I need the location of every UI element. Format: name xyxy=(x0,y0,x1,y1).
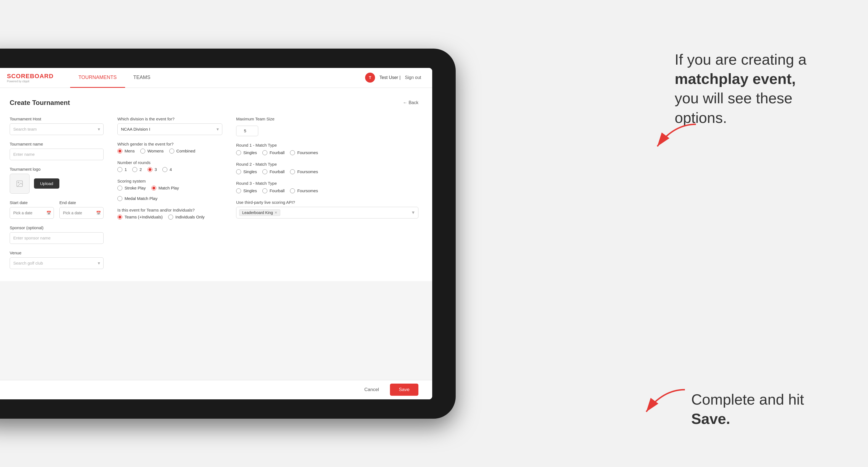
teams-option[interactable]: Teams (+Individuals) xyxy=(117,215,163,220)
back-link[interactable]: ← Back xyxy=(403,100,418,105)
leaderboard-king-tag: Leaderboard King ✕ xyxy=(239,209,280,216)
form-body: Tournament Host ▼ Tournament name xyxy=(10,117,418,276)
scoring-match[interactable]: Match Play xyxy=(151,186,179,191)
end-date-wrapper: 📅 xyxy=(59,207,103,219)
individuals-option[interactable]: Individuals Only xyxy=(168,215,205,220)
tournament-name-group: Tournament name xyxy=(10,142,103,160)
scoring-stroke[interactable]: Stroke Play xyxy=(117,186,146,191)
round2-title: Round 2 - Match Type xyxy=(236,162,418,166)
tablet-device: SCOREBOARD Powered by clippit TOURNAMENT… xyxy=(0,49,456,419)
logo-area: Upload xyxy=(10,174,103,194)
col-left: Tournament Host ▼ Tournament name xyxy=(10,117,103,276)
gender-combined-label: Combined xyxy=(177,149,195,153)
third-party-tag-wrapper[interactable]: Leaderboard King ✕ ▼ xyxy=(236,207,418,218)
venue-label: Venue xyxy=(10,250,103,255)
gender-combined[interactable]: Combined xyxy=(169,149,195,154)
round3-title: Round 3 - Match Type xyxy=(236,181,418,186)
max-team-size-input[interactable] xyxy=(236,126,258,136)
save-button[interactable]: Save xyxy=(390,383,418,396)
scoring-medal-label: Medal Match Play xyxy=(125,196,157,201)
form-container: Create Tournament ← Back Tournament Host xyxy=(0,88,432,281)
round-2[interactable]: 2 xyxy=(132,167,142,172)
calendar-icon: 📅 xyxy=(46,211,51,215)
third-party-label: Use third-party live scoring API? xyxy=(236,200,418,205)
col-right: Maximum Team Size Round 1 - Match Type S… xyxy=(236,117,418,276)
tournament-host-input[interactable] xyxy=(10,123,103,135)
form-header: Create Tournament ← Back xyxy=(10,99,418,106)
nav-teams[interactable]: TEAMS xyxy=(125,68,159,88)
annotation-save: Complete and hit Save. xyxy=(691,390,846,428)
upload-button[interactable]: Upload xyxy=(34,178,59,189)
teams-group: Is this event for Teams and/or Individua… xyxy=(117,208,222,220)
teams-radio-group: Teams (+Individuals) Individuals Only xyxy=(117,215,222,220)
sponsor-input[interactable] xyxy=(10,232,103,244)
max-team-size-label: Maximum Team Size xyxy=(236,117,418,121)
round1-radio-group: Singles Fourball Foursomes xyxy=(236,150,418,155)
scoring-match-label: Match Play xyxy=(158,186,179,190)
nav-links: TOURNAMENTS TOURNAMENTS TEAMS xyxy=(70,68,159,88)
scoring-group: Scoring system Stroke Play M xyxy=(117,179,222,201)
brand-subtitle: Powered by clippit xyxy=(7,80,54,83)
tournament-host-wrapper: ▼ xyxy=(10,123,103,135)
logo-placeholder xyxy=(10,174,30,194)
scoring-label: Scoring system xyxy=(117,179,222,183)
round-1[interactable]: 1 xyxy=(117,167,127,172)
search-icon: ▼ xyxy=(97,127,101,131)
form-title: Create Tournament xyxy=(10,99,70,106)
venue-search-icon: ▼ xyxy=(97,261,101,266)
third-party-group: Use third-party live scoring API? Leader… xyxy=(236,200,418,218)
round3-radio-group: Singles Fourball Foursomes xyxy=(236,188,418,193)
round1-foursomes[interactable]: Foursomes xyxy=(290,150,318,155)
round1-fourball[interactable]: Fourball xyxy=(262,150,284,155)
round3-singles[interactable]: Singles xyxy=(236,188,257,193)
arrow-matchplay xyxy=(641,119,702,157)
tournament-name-input[interactable] xyxy=(10,149,103,160)
division-label: Which division is the event for? xyxy=(117,117,222,121)
round-3[interactable]: 3 xyxy=(148,167,157,172)
gender-group: Which gender is the event for? Mens xyxy=(117,142,222,154)
round2-match-type: Round 2 - Match Type Singles xyxy=(236,162,418,174)
rounds-label: Number of rounds xyxy=(117,160,222,165)
venue-group: Venue ▼ xyxy=(10,250,103,269)
start-date-field: Start date 📅 xyxy=(10,200,54,219)
rounds-group: Number of rounds 1 2 xyxy=(117,160,222,172)
gender-label: Which gender is the event for? xyxy=(117,142,222,146)
round-4[interactable]: 4 xyxy=(162,167,172,172)
form-footer: Cancel Save xyxy=(0,380,432,399)
max-team-size-group: Maximum Team Size xyxy=(236,117,418,136)
nav-signout[interactable]: Sign out xyxy=(405,75,421,80)
nav-right: T Test User | Sign out xyxy=(365,73,421,83)
division-select[interactable]: NCAA Division I xyxy=(117,123,222,135)
nav-tournaments-active[interactable]: TOURNAMENTS xyxy=(70,68,125,88)
scoring-medal[interactable]: Medal Match Play xyxy=(117,196,157,201)
round3-foursomes[interactable]: Foursomes xyxy=(290,188,318,193)
svg-point-1 xyxy=(18,182,19,183)
end-date-label: End date xyxy=(59,200,103,205)
tournament-logo-label: Tournament logo xyxy=(10,167,103,172)
tournament-host-label: Tournament Host xyxy=(10,117,103,121)
division-group: Which division is the event for? NCAA Di… xyxy=(117,117,222,135)
venue-wrapper: ▼ xyxy=(10,257,103,269)
gender-mens[interactable]: Mens xyxy=(117,149,135,154)
dates-group: Start date 📅 End date xyxy=(10,200,103,219)
arrow-save xyxy=(630,384,690,423)
gender-radio-group: Mens Womens Combined xyxy=(117,149,222,154)
tournament-host-group: Tournament Host ▼ xyxy=(10,117,103,135)
venue-input[interactable] xyxy=(10,257,103,269)
individuals-label-text: Individuals Only xyxy=(175,215,205,219)
cancel-button[interactable]: Cancel xyxy=(359,384,384,395)
user-avatar: T xyxy=(365,73,375,83)
tournament-name-label: Tournament name xyxy=(10,142,103,146)
sponsor-group: Sponsor (optional) xyxy=(10,225,103,244)
brand-title: SCOREBOARD xyxy=(7,73,54,80)
round3-fourball[interactable]: Fourball xyxy=(262,188,284,193)
end-date-field: End date 📅 xyxy=(59,200,103,219)
round1-singles[interactable]: Singles xyxy=(236,150,257,155)
division-select-wrapper: NCAA Division I ▼ xyxy=(117,123,222,135)
tag-close-icon[interactable]: ✕ xyxy=(275,211,277,215)
start-date-wrapper: 📅 xyxy=(10,207,54,219)
gender-womens[interactable]: Womens xyxy=(140,149,164,154)
round2-singles[interactable]: Singles xyxy=(236,169,257,174)
round2-fourball[interactable]: Fourball xyxy=(262,169,284,174)
round2-foursomes[interactable]: Foursomes xyxy=(290,169,318,174)
